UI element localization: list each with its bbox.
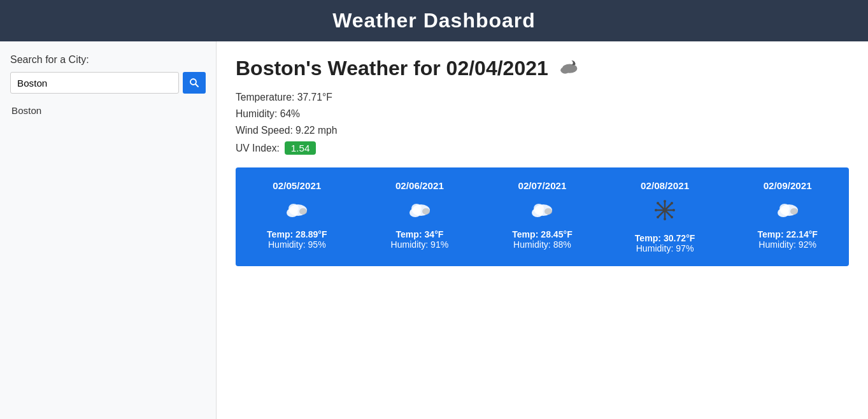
forecast-date: 02/09/2021 [764,180,812,191]
city-weather-title: Boston's Weather for 02/04/2021 [236,57,548,80]
forecast-date: 02/07/2021 [518,180,566,191]
content-area: Boston's Weather for 02/04/2021 Temperat… [217,41,868,419]
page-header: Weather Dashboard [0,0,868,41]
forecast-icon [653,199,676,227]
city-result-boston[interactable]: Boston [10,103,206,118]
svg-point-7 [299,208,307,215]
svg-point-10 [411,204,422,213]
svg-point-32 [790,208,798,215]
uv-index-row: UV Index: 1.54 [236,141,849,155]
svg-point-31 [779,204,790,213]
cloud-icon [775,199,800,218]
forecast-day: 02/08/2021 Temp: 30.72°F Humidity: 97% [604,175,727,259]
forecast-day: 02/07/2021 Temp: 28.45°F Humidity: 88% [481,175,604,259]
forecast-temp: Temp: 30.72°F [635,233,695,243]
forecast-temp: Temp: 28.89°F [267,229,327,239]
cloud-icon [529,199,555,218]
forecast-date: 02/08/2021 [641,180,689,191]
main-layout: Search for a City: Boston Boston's Weath… [0,41,868,419]
search-icon [189,78,199,88]
forecast-temp: Temp: 28.45°F [512,229,573,239]
humidity-row: Humidity: 64% [236,108,849,120]
search-input[interactable] [10,72,179,94]
temperature-row: Temperature: 37.71°F [236,92,849,103]
forecast-icon [407,199,432,223]
forecast-temp: Temp: 34°F [395,229,443,239]
svg-point-11 [422,208,430,215]
svg-point-15 [544,208,552,215]
forecast-day: 02/09/2021 Temp: 22.14°F Humidity: 92% [726,175,849,259]
weather-details: Temperature: 37.71°F Humidity: 64% Wind … [236,92,849,155]
current-weather-icon [556,57,579,80]
svg-point-20 [663,208,667,212]
uv-index-badge: 1.54 [285,141,317,155]
forecast-humidity: Humidity: 92% [758,239,816,250]
forecast-date: 02/06/2021 [395,180,444,191]
forecast-humidity: Humidity: 97% [636,243,694,253]
svg-point-22 [664,218,666,220]
svg-point-25 [657,202,659,204]
svg-point-6 [288,204,299,213]
svg-point-23 [655,209,657,211]
uv-index-label: UV Index: [236,143,280,154]
forecast-icon [284,199,309,223]
city-header: Boston's Weather for 02/04/2021 [236,57,849,80]
forecast-day: 02/06/2021 Temp: 34°F Humidity: 91% [359,175,481,259]
svg-point-3 [560,67,569,74]
svg-point-28 [657,216,659,218]
forecast-humidity: Humidity: 95% [268,239,326,250]
forecast-grid: 02/05/2021 Temp: 28.89°F Humidity: 95% 0… [236,167,849,266]
forecast-temp: Temp: 22.14°F [757,229,818,239]
search-button[interactable] [183,72,206,94]
sidebar: Search for a City: Boston [0,41,217,419]
cloud-icon [407,199,432,218]
forecast-humidity: Humidity: 91% [391,239,449,250]
cloud-icon [284,199,309,218]
cloudy-night-icon [556,57,579,75]
svg-line-1 [196,84,198,87]
svg-point-26 [671,216,673,218]
svg-point-14 [534,204,544,213]
svg-point-24 [672,209,675,211]
svg-point-21 [664,200,666,202]
search-label: Search for a City: [10,54,206,66]
search-row [10,72,206,94]
snow-icon [653,199,676,222]
forecast-humidity: Humidity: 88% [513,239,571,250]
page-title: Weather Dashboard [332,9,536,32]
svg-point-27 [671,202,673,204]
forecast-date: 02/05/2021 [273,180,321,191]
forecast-icon [775,199,800,223]
forecast-icon [529,199,555,223]
forecast-day: 02/05/2021 Temp: 28.89°F Humidity: 95% [236,175,359,259]
wind-speed-row: Wind Speed: 9.22 mph [236,125,849,136]
